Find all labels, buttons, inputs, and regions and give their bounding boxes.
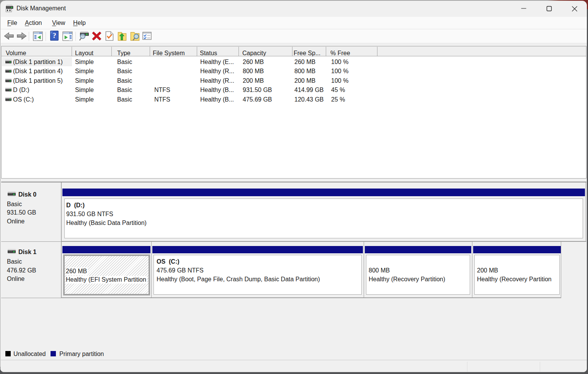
svg-text:?: ? — [52, 31, 56, 39]
